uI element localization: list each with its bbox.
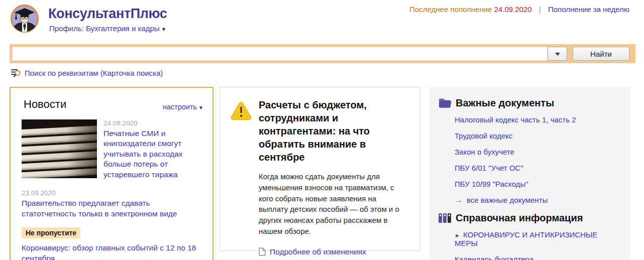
chevron-down-icon[interactable]: ▼ [161, 26, 167, 32]
search-history-dropdown-button[interactable] [548, 47, 567, 61]
doc-link[interactable]: Трудовой кодекс [455, 132, 620, 140]
news-item: 24.09.2020 Печатные СМИ и книгоиздатели … [22, 119, 203, 180]
arrow-right-icon: → [455, 196, 463, 204]
document-icon [259, 247, 266, 256]
binders-icon [438, 213, 452, 223]
folder-icon [438, 98, 452, 108]
profile-label: Профиль: [49, 24, 84, 33]
weekly-update-link[interactable]: Пополнение за неделю [548, 5, 629, 14]
card-search-icon [11, 68, 21, 77]
important-docs-links: Налоговый кодекс часть 1, часть 2 Трудов… [455, 115, 620, 204]
search-band: Найти [10, 44, 635, 63]
news-panel: Новости настроить▼ 24.09.2020 Печатные С… [10, 87, 213, 260]
configure-news-link[interactable]: настроить [163, 103, 197, 111]
feature-title: Расчеты с бюджетом, сотрудниками и контр… [259, 98, 403, 164]
important-docs-title: Важные документы [456, 97, 554, 109]
profile-selector[interactable]: Бухгалтерия и кадры [86, 24, 159, 33]
reference-info-title: Справочная информация [456, 212, 583, 224]
profile-row: Профиль: Бухгалтерия и кадры▼ [49, 24, 166, 33]
consultant-plus-home: КонсультантПлюс Профиль: Бухгалтерия и к… [0, 0, 644, 260]
brand-title: КонсультантПлюс [48, 6, 167, 22]
more-about-changes-link[interactable]: Подробнее об изменениях [270, 247, 366, 256]
requisites-search-row: Поиск по реквизитам (Карточка поиска) [11, 68, 163, 77]
last-update-label: Последнее пополнение [409, 5, 492, 14]
news-thumbnail-newspapers[interactable] [22, 119, 97, 178]
feature-body: Когда можно сдать документы для уменьшен… [259, 171, 403, 237]
update-info-bar: Последнее пополнение 24.09.2020 | Пополн… [409, 5, 629, 14]
doc-link[interactable]: Закон о бухучете [455, 148, 620, 156]
doc-link[interactable]: ПБУ 10/99 "Расходы" [455, 180, 620, 188]
doc-link[interactable]: Налоговый кодекс часть 1, часть 2 [455, 115, 620, 124]
separator: | [539, 5, 541, 14]
news-date: 24.09.2020 [103, 119, 200, 127]
reference-info-links: ►КОРОНАВИРУС И АНТИКРИЗИСНЫЕ МЕРЫ Календ… [455, 230, 620, 260]
news-link[interactable]: Правительство предлагает сдавать статотч… [22, 198, 201, 219]
feature-panel: Расчеты с бюджетом, сотрудниками и контр… [220, 87, 420, 251]
find-button[interactable]: Найти [573, 47, 629, 61]
ref-link[interactable]: Календарь бухгалтера [455, 255, 620, 260]
all-important-docs-link[interactable]: все важные документы [467, 196, 548, 204]
search-input[interactable] [12, 47, 548, 61]
consultant-plus-logo-icon [10, 4, 40, 34]
dont-miss-badge: Не пропустите [22, 227, 80, 238]
news-item: 23.09.2020 Правительство предлагает сдав… [22, 189, 203, 219]
last-update-date: 24.09.2020 [494, 5, 532, 14]
news-link[interactable]: Печатные СМИ и книгоиздатели смогут учит… [103, 128, 200, 180]
news-panel-title: Новости [24, 98, 66, 111]
chevron-down-icon [555, 53, 560, 56]
pointer-right-icon: ► [455, 232, 460, 238]
doc-link[interactable]: ПБУ 6/01 "Учет ОС" [455, 164, 620, 172]
warning-icon [230, 98, 252, 256]
chevron-down-icon[interactable]: ▼ [198, 105, 203, 110]
coronavirus-digest-link[interactable]: Коронавирус: обзор главных событий с 12 … [22, 243, 203, 260]
coronavirus-measures-link[interactable]: ►КОРОНАВИРУС И АНТИКРИЗИСНЫЕ МЕРЫ [455, 230, 620, 247]
right-panel: Важные документы Налоговый кодекс часть … [430, 87, 630, 260]
requisites-search-link[interactable]: Поиск по реквизитам (Карточка поиска) [25, 69, 163, 77]
news-date: 23.09.2020 [22, 189, 203, 197]
